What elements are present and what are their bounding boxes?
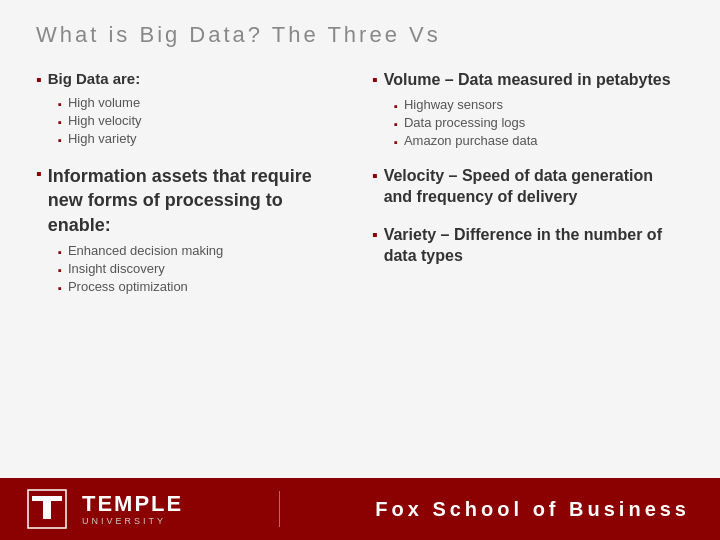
sub-text: Insight discovery xyxy=(68,261,165,276)
temple-text: TEMPLE xyxy=(82,492,183,516)
bullet-marker-v1: ▪ xyxy=(372,71,378,89)
sub-text: High velocity xyxy=(68,113,142,128)
bullet-marker-v2: ▪ xyxy=(372,167,378,185)
sub-marker: ▪ xyxy=(394,136,398,148)
bullet-marker-2: ▪ xyxy=(36,165,42,183)
volume-section: ▪ Volume – Data measured in petabytes ▪ … xyxy=(372,70,684,148)
svg-rect-3 xyxy=(43,501,51,519)
list-item: ▪ Process optimization xyxy=(58,279,348,294)
sub-text: Process optimization xyxy=(68,279,188,294)
slide: What is Big Data? The Three Vs ▪ Big Dat… xyxy=(0,0,720,540)
sub-marker: ▪ xyxy=(394,118,398,130)
variety-bold: Variety – Difference in the number of da… xyxy=(384,226,662,264)
volume-sub-list: ▪ Highway sensors ▪ Data processing logs… xyxy=(394,97,684,148)
big-data-sub-list: ▪ High volume ▪ High velocity ▪ High var… xyxy=(58,95,348,146)
footer: TEMPLE UNIVERSITY Fox School of Business xyxy=(0,478,720,540)
big-data-section: ▪ Big Data are: ▪ High volume ▪ High vel… xyxy=(36,70,348,146)
volume-label: Volume – Data measured in petabytes xyxy=(384,70,671,91)
volume-desc: Data measured in petabytes xyxy=(458,71,671,88)
sub-text: Amazon purchase data xyxy=(404,133,538,148)
velocity-label: Velocity – Speed of data generation and … xyxy=(384,166,684,208)
velocity-main: ▪ Velocity – Speed of data generation an… xyxy=(372,166,684,208)
sub-marker: ▪ xyxy=(58,134,62,146)
sub-text: High variety xyxy=(68,131,137,146)
list-item: ▪ High variety xyxy=(58,131,348,146)
info-assets-label: Information assets that require new form… xyxy=(48,164,348,237)
info-assets-section: ▪ Information assets that require new fo… xyxy=(36,164,348,294)
big-data-label: Big Data are: xyxy=(48,70,141,87)
list-item: ▪ Highway sensors xyxy=(394,97,684,112)
sub-marker: ▪ xyxy=(58,264,62,276)
sub-marker: ▪ xyxy=(58,116,62,128)
variety-section: ▪ Variety – Difference in the number of … xyxy=(372,225,684,267)
sub-marker: ▪ xyxy=(58,98,62,110)
left-column: ▪ Big Data are: ▪ High volume ▪ High vel… xyxy=(36,70,348,312)
svg-rect-2 xyxy=(32,496,62,501)
footer-divider xyxy=(279,491,280,527)
sub-marker: ▪ xyxy=(394,100,398,112)
info-assets-sub-list: ▪ Enhanced decision making ▪ Insight dis… xyxy=(58,243,348,294)
slide-title: What is Big Data? The Three Vs xyxy=(36,22,684,48)
volume-main: ▪ Volume – Data measured in petabytes xyxy=(372,70,684,91)
slide-content: What is Big Data? The Three Vs ▪ Big Dat… xyxy=(0,0,720,478)
list-item: ▪ Amazon purchase data xyxy=(394,133,684,148)
list-item: ▪ High volume xyxy=(58,95,348,110)
list-item: ▪ Data processing logs xyxy=(394,115,684,130)
info-assets-main: ▪ Information assets that require new fo… xyxy=(36,164,348,237)
variety-main: ▪ Variety – Difference in the number of … xyxy=(372,225,684,267)
velocity-bold: Velocity – Speed of data generation and … xyxy=(384,167,653,205)
temple-name: TEMPLE UNIVERSITY xyxy=(82,492,183,526)
list-item: ▪ High velocity xyxy=(58,113,348,128)
velocity-section: ▪ Velocity – Speed of data generation an… xyxy=(372,166,684,208)
temple-logo: TEMPLE UNIVERSITY xyxy=(24,486,183,532)
sub-marker: ▪ xyxy=(58,282,62,294)
bullet-marker-v3: ▪ xyxy=(372,226,378,244)
fox-school-text: Fox School of Business xyxy=(375,498,690,521)
sub-text: Data processing logs xyxy=(404,115,525,130)
bullet-marker-1: ▪ xyxy=(36,71,42,89)
sub-marker: ▪ xyxy=(58,246,62,258)
big-data-main: ▪ Big Data are: xyxy=(36,70,348,89)
right-column: ▪ Volume – Data measured in petabytes ▪ … xyxy=(372,70,684,312)
variety-label: Variety – Difference in the number of da… xyxy=(384,225,684,267)
sub-text: Enhanced decision making xyxy=(68,243,223,258)
columns: ▪ Big Data are: ▪ High volume ▪ High vel… xyxy=(36,70,684,312)
sub-text: Highway sensors xyxy=(404,97,503,112)
temple-icon xyxy=(24,486,70,532)
volume-bold: Volume – xyxy=(384,71,458,88)
sub-text: High volume xyxy=(68,95,140,110)
university-text: UNIVERSITY xyxy=(82,516,183,526)
list-item: ▪ Enhanced decision making xyxy=(58,243,348,258)
list-item: ▪ Insight discovery xyxy=(58,261,348,276)
